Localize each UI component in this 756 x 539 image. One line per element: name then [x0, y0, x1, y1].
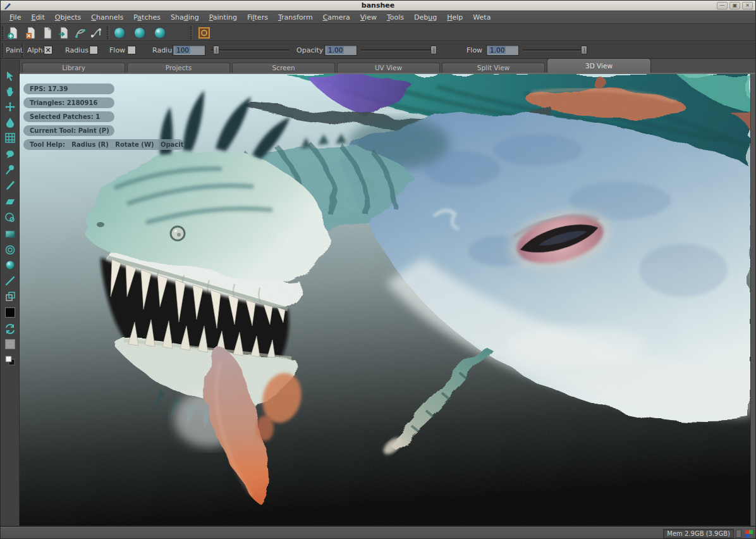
tab-3d-view[interactable]: 3D View	[547, 58, 651, 73]
memory-usage-field: Mem 2.9GB (3.9GB)	[663, 529, 734, 538]
menu-bar: File Edit Objects Channels Patches Shadi…	[1, 11, 755, 24]
select-tool-icon[interactable]	[4, 70, 16, 82]
toolbar-handle[interactable]	[107, 27, 109, 39]
menu-shading[interactable]: Shading	[166, 12, 204, 23]
pencil-tool-icon[interactable]	[4, 180, 16, 191]
alpha-checkbox[interactable]: ✕	[44, 46, 52, 54]
opacity-slider[interactable]	[361, 49, 437, 51]
hud-tool-help: Tool Help: Radius (R) Rotate (W) Opacity…	[23, 139, 184, 150]
menu-view[interactable]: View	[355, 12, 382, 23]
sphere-brush-icon[interactable]	[4, 259, 16, 271]
tab-library[interactable]: Library	[22, 63, 125, 73]
vector-path-icon[interactable]	[74, 27, 87, 39]
menu-edit[interactable]: Edit	[26, 12, 49, 23]
pin-tool-icon[interactable]	[4, 164, 16, 175]
background-color-swatch[interactable]	[5, 339, 15, 349]
app-window: banshee — ▣ ✕ File Edit Objects Channels…	[0, 0, 756, 539]
close-project-icon[interactable]	[25, 27, 37, 39]
flow-label: Flow	[466, 46, 482, 54]
move-tool-icon[interactable]	[4, 101, 16, 113]
flow-slider-thumb[interactable]	[581, 46, 587, 54]
tab-split-view[interactable]: Split View	[442, 63, 545, 73]
tool-palette	[1, 59, 20, 526]
radius-toggle-label: Radius	[65, 46, 88, 54]
right-border-strip	[750, 74, 756, 526]
tab-uv-view[interactable]: UV View	[337, 63, 440, 73]
brush-sphere-2-icon[interactable]	[133, 27, 146, 39]
import-object-icon[interactable]	[58, 27, 70, 39]
hud-fps: FPS: 17.39	[23, 84, 114, 94]
menu-weta[interactable]: Weta	[468, 12, 496, 23]
menu-tools[interactable]: Tools	[382, 12, 409, 23]
menu-transform[interactable]: Transform	[273, 12, 318, 23]
view-tab-bar: Library Projects Screen UV View Split Vi…	[20, 59, 756, 74]
flow-toggle-label: Flow	[109, 46, 125, 54]
hud-triangles: Triangles: 2180916	[23, 97, 114, 108]
tab-projects[interactable]: Projects	[127, 63, 230, 73]
opacity-label: Opacity	[296, 46, 323, 54]
gradient-tool-icon[interactable]	[4, 228, 16, 240]
hud-selected-patches: Selected Patches: 1	[23, 111, 114, 122]
drop-tool-icon[interactable]	[4, 117, 16, 128]
tab-screen[interactable]: Screen	[232, 63, 335, 73]
opacity-slider-thumb[interactable]	[430, 46, 437, 54]
hud-current-tool: Current Tool: Paint (P)	[23, 125, 114, 136]
flow-field[interactable]: 1.00	[486, 45, 519, 56]
main-toolbar	[1, 25, 755, 41]
brush-sphere-3-icon[interactable]	[154, 27, 166, 39]
menu-file[interactable]: File	[4, 12, 26, 23]
status-bar: Mem 2.9GB (3.9GB)	[1, 527, 755, 539]
radius-slider[interactable]	[210, 49, 289, 51]
rgb-channels-icon[interactable]	[745, 530, 753, 538]
menu-painting[interactable]: Painting	[204, 12, 242, 23]
eraser-tool-icon[interactable]	[4, 196, 16, 208]
ellipse-tool-icon[interactable]	[4, 244, 16, 256]
opacity-field[interactable]: 1.00	[324, 45, 357, 56]
menu-channels[interactable]: Channels	[86, 12, 128, 23]
line-tool-icon[interactable]	[4, 275, 16, 287]
circle-select-icon[interactable]	[4, 212, 16, 223]
paintbar-handle[interactable]	[2, 44, 4, 57]
swap-colors-icon[interactable]	[4, 323, 16, 335]
duplicate-tool-icon[interactable]	[4, 291, 16, 302]
radius-slider-thumb[interactable]	[213, 46, 219, 54]
radius-checkbox[interactable]	[89, 46, 98, 54]
window-title: banshee	[1, 1, 755, 9]
curve-nodes-icon[interactable]	[90, 27, 103, 39]
status-toggle-box[interactable]	[736, 530, 741, 538]
open-project-icon[interactable]	[41, 27, 54, 39]
maximize-button[interactable]: ▣	[729, 2, 740, 9]
reset-colors-icon[interactable]	[4, 355, 16, 366]
menu-filters[interactable]: Filters	[242, 12, 273, 23]
flow-slider[interactable]	[523, 49, 587, 51]
close-button[interactable]: ✕	[742, 2, 753, 9]
viewport-canvas[interactable]: FPS: 17.39 Triangles: 2180916 Selected P…	[20, 74, 750, 526]
foreground-color-swatch[interactable]	[5, 307, 15, 318]
menu-debug[interactable]: Debug	[409, 12, 442, 23]
clone-tool-icon[interactable]	[4, 148, 16, 159]
toolbar-handle[interactable]	[190, 27, 193, 39]
menu-objects[interactable]: Objects	[50, 12, 87, 23]
flow-checkbox[interactable]	[127, 46, 136, 54]
warp-grid-icon[interactable]	[4, 132, 16, 144]
tool-name-label: Paint	[6, 46, 23, 54]
pan-hand-icon[interactable]	[4, 86, 16, 97]
new-project-icon[interactable]	[7, 27, 20, 39]
paint-properties-bar: Paint Alpha ✕ Radius Flow Radius 100 Opa…	[1, 42, 755, 59]
menu-help[interactable]: Help	[442, 12, 468, 23]
menu-patches[interactable]: Patches	[128, 12, 166, 23]
menu-camera[interactable]: Camera	[318, 12, 355, 23]
title-bar[interactable]: banshee — ▣ ✕	[1, 1, 755, 11]
brush-sphere-1-icon[interactable]	[113, 27, 126, 39]
minimize-button[interactable]: —	[717, 2, 728, 9]
toolbar-handle[interactable]	[2, 27, 4, 39]
capture-screenshot-icon[interactable]	[198, 27, 210, 39]
paintbar-handle[interactable]	[21, 44, 24, 57]
radius-field[interactable]: 100	[173, 45, 205, 56]
